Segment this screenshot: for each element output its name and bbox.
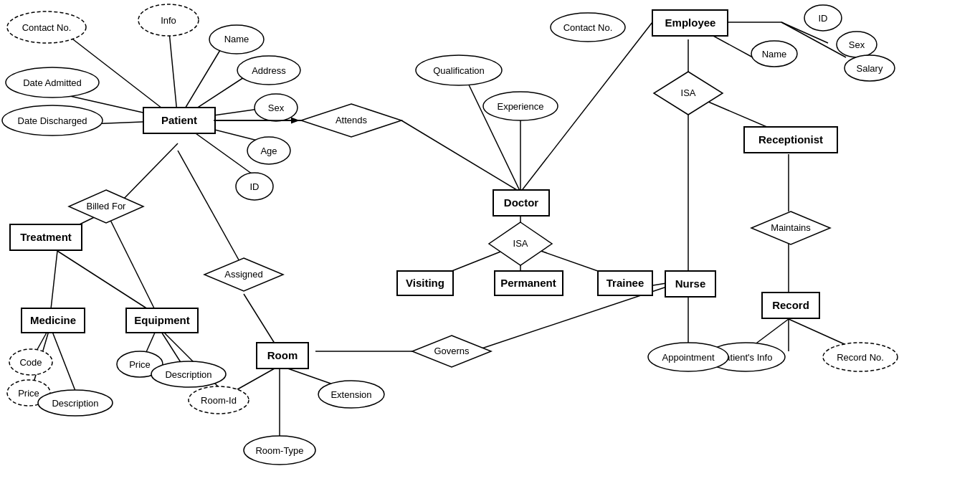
doctor-label: Doctor (504, 196, 538, 209)
patient-label: Patient (161, 114, 197, 126)
svg-line-39 (50, 326, 75, 391)
isa-employee-label: ISA (681, 87, 696, 98)
code-label: Code (19, 357, 42, 368)
maintains-label: Maintains (771, 222, 811, 233)
room-label: Room (267, 349, 298, 361)
svg-line-32 (122, 143, 178, 201)
svg-line-36 (57, 251, 158, 315)
sex-patient-label: Sex (268, 103, 285, 113)
er-diagram-svg: Patient Employee Doctor Receptionist Nur… (0, 0, 980, 504)
description-equipment-label: Description (165, 369, 211, 380)
address-label: Address (252, 65, 286, 76)
experience-label: Experience (497, 101, 543, 112)
permanent-label: Permanent (500, 277, 556, 289)
age-label: Age (260, 146, 277, 156)
contact-no-patient-label: Contact No. (22, 22, 72, 33)
trainee-label: Trainee (606, 277, 644, 289)
qualification-label: Qualification (433, 65, 485, 76)
price-medicine-label: Price (18, 388, 39, 399)
id-patient-label: ID (250, 181, 260, 192)
er-diagram: Patient Employee Doctor Receptionist Nur… (0, 0, 980, 504)
attends-label: Attends (336, 115, 368, 125)
date-admitted-label: Date Admitted (23, 77, 82, 88)
isa-doctor-label: ISA (513, 238, 528, 249)
equipment-label: Equipment (134, 314, 190, 326)
sex-employee-label: Sex (849, 39, 865, 50)
receptionist-label: Receptionist (758, 133, 823, 146)
record-no-label: Record No. (837, 352, 884, 363)
name-patient-label: Name (224, 34, 249, 44)
description-medicine-label: Description (52, 398, 98, 409)
contact-no-employee-label: Contact No. (563, 22, 613, 33)
salary-label: Salary (857, 63, 883, 74)
svg-line-43 (178, 151, 244, 269)
appointment-label: Appointment (662, 352, 715, 363)
price-equipment-label: Price (129, 359, 151, 370)
svg-line-34 (106, 211, 158, 315)
treatment-label: Treatment (20, 231, 72, 243)
assigned-label: Assigned (224, 269, 262, 280)
svg-line-1 (168, 24, 178, 120)
extension-label: Extension (330, 389, 371, 400)
name-employee-label: Name (762, 49, 787, 60)
record-label: Record (772, 299, 809, 311)
governs-label: Governs (434, 346, 470, 356)
visiting-label: Visiting (406, 277, 444, 289)
nurse-label: Nurse (675, 277, 706, 290)
svg-line-35 (50, 251, 57, 315)
room-id-label: Room-Id (201, 395, 237, 406)
room-type-label: Room-Type (255, 445, 303, 456)
info-label: Info (161, 15, 176, 26)
id-employee-label: ID (819, 13, 828, 24)
date-discharged-label: Date Discharged (18, 115, 87, 126)
svg-line-11 (401, 120, 520, 192)
employee-label: Employee (665, 16, 716, 29)
billed-for-label: Billed For (87, 201, 127, 211)
medicine-label: Medicine (30, 314, 76, 326)
